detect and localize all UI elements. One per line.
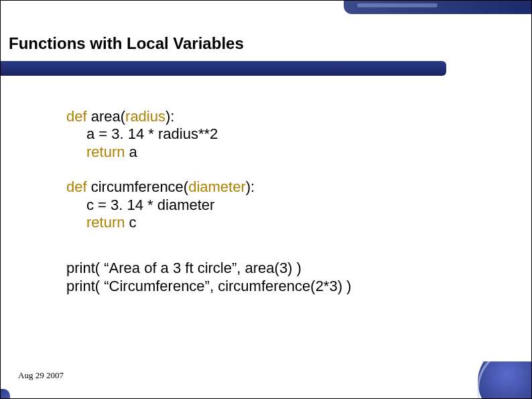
code-line: def area(radius):	[66, 108, 351, 125]
code-line: return a	[66, 144, 351, 161]
return-var: c	[129, 214, 137, 231]
paren-close: ):	[165, 108, 174, 125]
corner-decoration-br	[471, 361, 531, 398]
keyword-return: return	[86, 144, 129, 160]
code-block-area: def area(radius): a = 3. 14 * radius**2 …	[66, 108, 351, 161]
code-line: c = 3. 14 * diameter	[66, 196, 351, 214]
slide-title: Functions with Local Variables	[9, 34, 244, 53]
keyword-return: return	[86, 214, 129, 231]
paren-close: ):	[246, 178, 255, 195]
corner-decoration-bl	[1, 389, 10, 398]
keyword-def: def	[66, 178, 91, 195]
code-line: print( “Circumference”, circumference(2*…	[66, 278, 351, 295]
slide: Functions with Local Variables def area(…	[0, 0, 532, 399]
slide-content: def area(radius): a = 3. 14 * radius**2 …	[66, 108, 351, 312]
keyword-def: def	[66, 108, 91, 125]
top-decoration	[344, 1, 531, 14]
title-divider	[1, 61, 446, 76]
code-block-circumference: def circumference(diameter): c = 3. 14 *…	[66, 178, 351, 231]
footer-date: Aug 29 2007	[18, 370, 64, 381]
function-name: area(	[91, 108, 125, 125]
return-var: a	[129, 144, 137, 160]
code-line: print( “Area of a 3 ft circle”, area(3) …	[66, 260, 351, 277]
code-line: return c	[66, 214, 351, 231]
parameter: diameter	[188, 178, 246, 195]
function-name: circumference(	[91, 178, 188, 195]
code-block-prints: print( “Area of a 3 ft circle”, area(3) …	[66, 260, 351, 295]
code-line: def circumference(diameter):	[66, 178, 351, 196]
parameter: radius	[125, 108, 165, 125]
code-line: a = 3. 14 * radius**2	[66, 125, 351, 143]
